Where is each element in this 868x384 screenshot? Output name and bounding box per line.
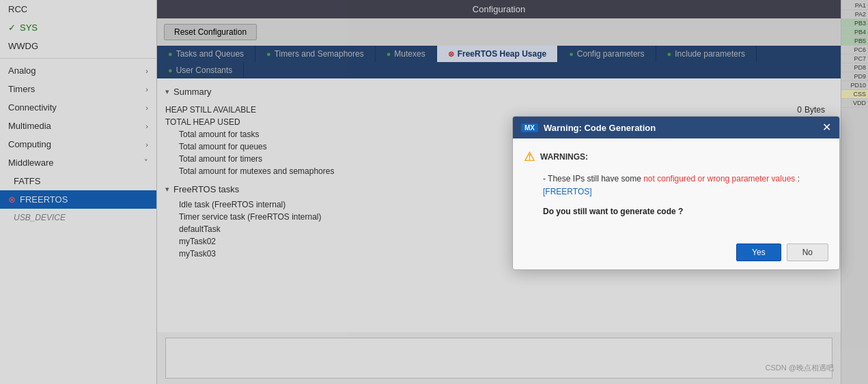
dialog-no-button[interactable]: No [787,243,828,261]
dialog-message-link[interactable]: [FREERTOS] [543,187,592,196]
warnings-header: ⚠ WARNINGS: [524,149,828,164]
dialog-title: Warning: Code Generation [544,123,656,133]
warning-dialog: MX Warning: Code Generation ✕ ⚠ WARNINGS… [512,116,840,270]
dialog-mx-badge: MX [521,123,538,132]
warnings-label: WARNINGS: [540,152,588,162]
dialog-yes-button[interactable]: Yes [736,243,781,261]
dialog-close-button[interactable]: ✕ [822,122,831,133]
dialog-message-part2: : [798,174,800,183]
dialog-overlay: MX Warning: Code Generation ✕ ⚠ WARNINGS… [0,0,868,384]
dialog-question: Do you still want to generate code ? [524,207,828,216]
dialog-message-part1: - These IPs still have some [543,174,641,183]
dialog-message-highlight: not configured or wrong parameter values [643,174,795,183]
dialog-title-left: MX Warning: Code Generation [521,123,656,133]
dialog-titlebar: MX Warning: Code Generation ✕ [513,117,839,138]
dialog-body: ⚠ WARNINGS: - These IPs still have some … [513,138,839,238]
dialog-message: - These IPs still have some not configur… [524,173,828,198]
dialog-buttons: Yes No [513,238,839,269]
warning-triangle-icon: ⚠ [524,149,535,164]
